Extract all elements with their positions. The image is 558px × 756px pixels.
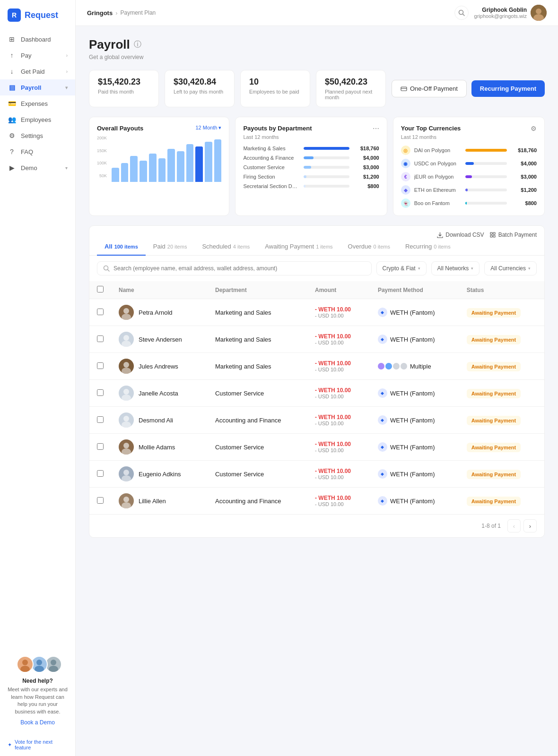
user-menu[interactable]: Griphook Goblin griphook@gringots.wiz (474, 5, 547, 21)
employee-name-cell: Jules Andrews (111, 353, 208, 380)
user-name: Griphook Goblin (474, 7, 527, 13)
method-cell: ◆ WETH (Fantom) (370, 434, 459, 461)
row-checkbox[interactable] (97, 416, 104, 423)
expenses-icon: 💳 (8, 100, 16, 107)
dept-amount: $18,760 (353, 146, 379, 151)
sidebar-item-get-paid[interactable]: ↓ Get Paid › (0, 63, 75, 79)
row-checkbox[interactable] (97, 362, 104, 369)
bar[interactable] (158, 158, 166, 182)
employee-name-cell: Eugenio Adkins (111, 461, 208, 488)
info-icon[interactable]: ⓘ (134, 40, 141, 50)
tab-paid[interactable]: Paid20 items (146, 238, 195, 256)
sidebar-item-faq[interactable]: ? FAQ (0, 144, 75, 160)
dept-amount: $3,000 (353, 164, 379, 170)
page-title-row: Payroll ⓘ (89, 37, 545, 52)
bar[interactable] (214, 139, 222, 182)
tab-overdue[interactable]: Overdue0 items (340, 238, 398, 256)
tab-scheduled[interactable]: Scheduled4 items (194, 238, 257, 256)
tab-all[interactable]: All100 items (97, 238, 146, 256)
row-checkbox[interactable] (97, 470, 104, 477)
sidebar-bottom: Need help? Meet with our experts and lea… (0, 648, 75, 733)
bar[interactable] (195, 146, 203, 182)
row-checkbox[interactable] (97, 389, 104, 396)
employee-name-cell: Lillie Allen (111, 488, 208, 515)
currency-filter-dropdown[interactable]: All Currencies ▾ (484, 261, 537, 275)
currency-bar-fill (465, 189, 468, 191)
row-checkbox[interactable] (97, 335, 104, 342)
amount-cell: - WETH 10.00 - USD 10.00 (307, 299, 370, 326)
sidebar-item-expenses[interactable]: 💳 Expenses (0, 95, 75, 112)
one-off-payment-button[interactable]: One-Off Payment (392, 80, 467, 97)
table-row: Desmond Ali Accounting and Finance - WET… (89, 407, 544, 434)
download-csv-button[interactable]: Download CSV (437, 232, 484, 238)
chart-period-selector[interactable]: 12 Month ▾ (195, 125, 221, 131)
svg-rect-13 (490, 232, 492, 234)
select-all-checkbox[interactable] (97, 286, 104, 292)
row-checkbox[interactable] (97, 443, 104, 450)
batch-payment-button[interactable]: Batch Payment (490, 232, 537, 238)
search-input[interactable] (113, 265, 366, 272)
dept-name: Marketing & Sales (243, 146, 300, 151)
dept-name: Customer Service (243, 164, 300, 170)
bar[interactable] (121, 163, 129, 182)
bar[interactable] (177, 151, 184, 182)
currency-item: € jEUR on Polygon $3,000 (401, 172, 537, 181)
table-row: Lillie Allen Accounting and Finance - WE… (89, 488, 544, 515)
svg-point-32 (122, 475, 131, 481)
sidebar-item-settings[interactable]: ⚙ Settings (0, 128, 75, 144)
chart-options-icon[interactable]: ⋯ (373, 125, 379, 132)
status-cell: Awaiting Payment (459, 326, 544, 353)
employee-name: Petra Arnold (139, 309, 173, 316)
sidebar-item-dashboard[interactable]: ⊞ Dashboard (0, 31, 75, 47)
currency-item: ◆ ETH on Ethereum $1,200 (401, 185, 537, 195)
vote-feature[interactable]: ✦ Vote for the next feature (0, 739, 75, 756)
chevron-down-icon: ▾ (65, 85, 68, 90)
amount-main: - WETH 10.00 (315, 441, 363, 447)
bar[interactable] (140, 161, 147, 182)
prev-page-button[interactable]: ‹ (507, 519, 521, 533)
currency-name: USDC on Polygon (414, 161, 462, 166)
sidebar-item-pay[interactable]: ↑ Pay › (0, 47, 75, 63)
dept-item: Marketing & Sales $18,760 (243, 146, 379, 151)
recurring-payment-button[interactable]: Recurring Payment (471, 80, 545, 97)
tab-recurring[interactable]: Recurring0 items (398, 238, 458, 256)
amount-sub: - USD 10.00 (315, 501, 363, 507)
row-checkbox[interactable] (97, 497, 104, 504)
svg-point-29 (123, 443, 129, 448)
bar[interactable] (149, 154, 157, 182)
sidebar-item-label: FAQ (21, 148, 68, 155)
search-icon[interactable] (454, 6, 469, 20)
stat-value: $30,420.84 (174, 77, 226, 87)
row-checkbox-cell (89, 488, 111, 515)
employee-name: Eugenio Adkins (139, 471, 181, 478)
svg-point-28 (122, 421, 131, 428)
bar[interactable] (130, 156, 138, 182)
chart-header: Payouts by Department ⋯ (243, 125, 379, 132)
table-header-row: Name Department Amount Payment Method St… (89, 281, 544, 299)
book-demo-link[interactable]: Book a Demo (8, 719, 68, 726)
dept-item: Secretarial Section Department $800 (243, 183, 379, 189)
chart-options-icon[interactable]: ⚙ (531, 125, 537, 132)
table-row: Eugenio Adkins Customer Service - WETH 1… (89, 461, 544, 488)
row-checkbox[interactable] (97, 309, 104, 315)
tab-awaiting[interactable]: Awaiting Payment1 items (257, 238, 340, 256)
crypto-filter-dropdown[interactable]: Crypto & Fiat ▾ (376, 261, 427, 275)
sidebar-item-employees[interactable]: 👥 Employees (0, 112, 75, 128)
method-cell: Multiple (370, 353, 459, 380)
bar[interactable] (112, 168, 119, 182)
vote-label: Vote for the next feature (15, 739, 68, 750)
bar[interactable] (186, 144, 194, 182)
pagination-row: 1-8 of 1 ‹ › (89, 514, 544, 537)
bar[interactable] (167, 149, 175, 182)
sidebar-item-payroll[interactable]: ▤ Payroll ▾ (0, 79, 75, 95)
app-logo[interactable]: R Request (0, 0, 75, 31)
network-filter-dropdown[interactable]: All Networks ▾ (431, 261, 480, 275)
method-cell: ◆ WETH (Fantom) (370, 488, 459, 515)
sidebar-item-demo[interactable]: ▶ Demo ▾ (0, 160, 75, 176)
row-checkbox-cell (89, 407, 111, 434)
bar[interactable] (205, 142, 212, 182)
app-name: Request (25, 10, 58, 20)
amount-sub: - USD 10.00 (315, 394, 363, 399)
next-page-button[interactable]: › (523, 519, 537, 533)
stat-planned-payout: $50,420.23 Planned payout next month (316, 70, 386, 107)
